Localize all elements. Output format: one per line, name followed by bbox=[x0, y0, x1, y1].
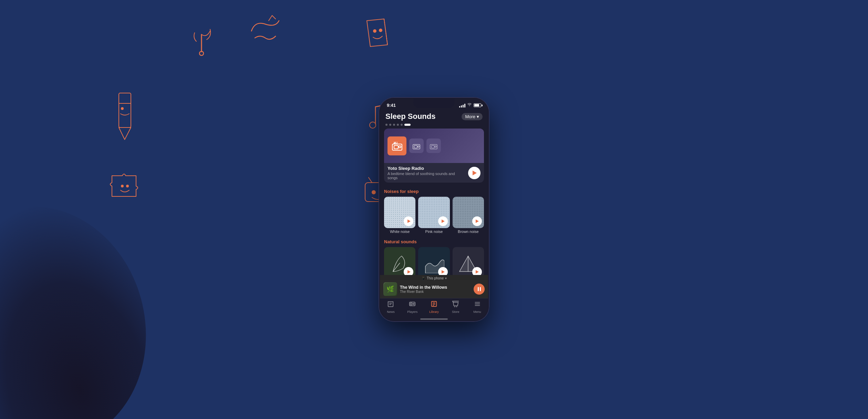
status-time: 9:41 bbox=[387, 103, 396, 108]
main-radio-icon: ZZZ bbox=[388, 136, 406, 155]
svg-text:🌿: 🌿 bbox=[386, 285, 394, 293]
svg-rect-31 bbox=[431, 145, 434, 148]
phone-screen: 9:41 bbox=[380, 99, 488, 320]
svg-point-12 bbox=[370, 122, 376, 128]
radio-icon-sm-2 bbox=[426, 139, 441, 153]
home-indicator bbox=[420, 318, 448, 320]
svg-point-9 bbox=[373, 29, 376, 33]
svg-rect-0 bbox=[119, 93, 131, 127]
bottom-nav: News Players bbox=[380, 298, 488, 317]
svg-line-8 bbox=[272, 16, 276, 19]
natural-3-item[interactable]: Forest bbox=[453, 247, 484, 275]
natural-grid: Rain Oc bbox=[380, 247, 488, 275]
battery-icon bbox=[474, 103, 481, 107]
svg-text:ZZZ: ZZZ bbox=[393, 142, 398, 144]
now-playing-controls bbox=[474, 284, 485, 295]
pencil-doodle bbox=[110, 90, 141, 145]
svg-point-2 bbox=[121, 107, 124, 110]
svg-point-10 bbox=[379, 29, 382, 32]
brown-noise-item[interactable]: Brown noise bbox=[453, 197, 484, 234]
featured-image: ZZZ bbox=[384, 129, 484, 163]
device-selector-row: 📱 This phone ▾ bbox=[380, 275, 488, 280]
now-playing-bar[interactable]: 🌿 The Wind in the Willows The River Bank bbox=[380, 280, 488, 298]
now-playing-thumb: 🌿 bbox=[383, 282, 397, 296]
natural-1-thumb bbox=[384, 247, 415, 275]
signal-doodle bbox=[186, 21, 217, 62]
phone-outer: 9:41 bbox=[379, 98, 489, 321]
pink-noise-thumb bbox=[418, 197, 450, 228]
chevron-down-icon: ▾ bbox=[477, 114, 479, 119]
svg-line-11 bbox=[384, 19, 388, 45]
natural-2-play[interactable] bbox=[438, 267, 448, 275]
svg-line-7 bbox=[269, 16, 272, 21]
brown-noise-play[interactable] bbox=[472, 216, 482, 226]
natural-2-item[interactable]: Ocean bbox=[418, 247, 450, 275]
nav-store[interactable]: Store bbox=[445, 300, 466, 314]
dot-3[interactable] bbox=[393, 124, 395, 126]
app-screen: 9:41 bbox=[380, 99, 488, 320]
pink-noise-item[interactable]: Pink noise bbox=[418, 197, 450, 234]
dot-6-active[interactable] bbox=[404, 124, 411, 126]
players-icon bbox=[409, 300, 416, 309]
svg-point-46 bbox=[454, 306, 455, 307]
now-playing-subtitle: The River Bank bbox=[400, 290, 471, 294]
menu-icon bbox=[474, 300, 481, 309]
featured-info: Yoto Sleep Radio A bedtime blend of soot… bbox=[384, 163, 484, 183]
brown-noise-label: Brown noise bbox=[453, 229, 484, 234]
svg-point-41 bbox=[413, 303, 414, 305]
menu-label: Menu bbox=[473, 310, 481, 314]
natural-3-thumb bbox=[453, 247, 484, 275]
app-header: Sleep Sounds More ▾ bbox=[380, 109, 488, 122]
phone-device: 9:41 bbox=[379, 98, 489, 321]
page-dots bbox=[380, 122, 488, 129]
featured-play-button[interactable] bbox=[468, 167, 480, 179]
svg-rect-28 bbox=[414, 145, 417, 148]
featured-title: Yoto Sleep Radio bbox=[388, 166, 465, 171]
svg-point-32 bbox=[435, 146, 436, 147]
dot-4[interactable] bbox=[397, 124, 399, 126]
svg-point-4 bbox=[121, 185, 124, 187]
natural-1-item[interactable]: Rain bbox=[384, 247, 415, 275]
now-playing-title: The Wind in the Willows bbox=[400, 285, 471, 290]
pause-button[interactable] bbox=[474, 284, 485, 295]
svg-point-47 bbox=[456, 306, 457, 307]
radio-icon-sm-1 bbox=[409, 139, 424, 153]
dot-2[interactable] bbox=[389, 124, 391, 126]
svg-point-5 bbox=[126, 185, 129, 187]
white-noise-thumb bbox=[384, 197, 415, 228]
nav-library[interactable]: Library bbox=[423, 300, 445, 314]
pink-noise-label: Pink noise bbox=[418, 229, 450, 234]
svg-point-16 bbox=[372, 190, 376, 194]
natural-1-play[interactable] bbox=[404, 267, 413, 275]
white-noise-item[interactable]: White noise bbox=[384, 197, 415, 234]
featured-card[interactable]: ZZZ bbox=[384, 129, 484, 183]
now-playing-info: The Wind in the Willows The River Bank bbox=[400, 285, 471, 294]
section-title-natural: Natural sounds bbox=[380, 238, 488, 247]
natural-3-play[interactable] bbox=[472, 267, 482, 275]
svg-marker-1 bbox=[119, 127, 131, 140]
svg-point-29 bbox=[418, 146, 419, 147]
nav-news[interactable]: News bbox=[380, 300, 402, 314]
svg-point-24 bbox=[399, 146, 401, 148]
play-icon bbox=[473, 171, 477, 175]
scroll-area[interactable]: ZZZ bbox=[380, 129, 488, 275]
more-button[interactable]: More ▾ bbox=[462, 113, 483, 120]
news-icon bbox=[387, 300, 394, 309]
device-chevron-icon: ▾ bbox=[445, 276, 447, 280]
face-squiggle-doodle bbox=[248, 14, 282, 48]
white-noise-play[interactable] bbox=[404, 216, 413, 226]
notch bbox=[413, 99, 455, 108]
nav-players[interactable]: Players bbox=[402, 300, 423, 314]
dot-5[interactable] bbox=[401, 124, 403, 126]
natural-2-thumb bbox=[418, 247, 450, 275]
library-label: Library bbox=[429, 310, 439, 314]
now-playing-wrapper: 📱 This phone ▾ 🌿 The Win bbox=[380, 275, 488, 298]
players-label: Players bbox=[407, 310, 417, 314]
svg-rect-23 bbox=[394, 145, 398, 149]
dot-1[interactable] bbox=[385, 124, 388, 126]
library-icon bbox=[430, 300, 438, 309]
nav-menu[interactable]: Menu bbox=[466, 300, 488, 314]
pink-noise-play[interactable] bbox=[438, 216, 448, 226]
phone-icon: 📱 bbox=[421, 276, 425, 280]
wifi-icon bbox=[467, 103, 472, 108]
